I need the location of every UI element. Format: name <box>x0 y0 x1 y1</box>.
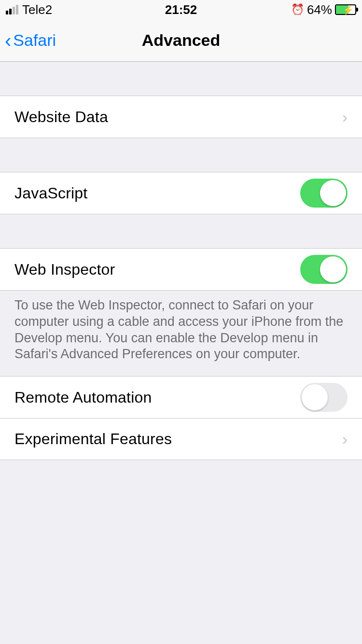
page-title: Advanced <box>142 31 221 50</box>
row-web-inspector: Web Inspector <box>0 249 362 290</box>
carrier-label: Tele2 <box>22 2 52 17</box>
switch-knob <box>320 256 346 282</box>
switch-knob <box>320 180 346 206</box>
remote-automation-toggle[interactable] <box>300 383 348 412</box>
section-web-inspector: Web Inspector <box>0 248 362 291</box>
row-website-data[interactable]: Website Data › <box>0 96 362 138</box>
section-javascript: JavaScript <box>0 172 362 214</box>
row-remote-automation: Remote Automation <box>0 377 362 418</box>
row-label: Web Inspector <box>14 261 115 279</box>
web-inspector-toggle[interactable] <box>300 255 348 284</box>
chevron-right-icon: › <box>342 108 348 126</box>
chevron-right-icon: › <box>342 430 348 448</box>
javascript-toggle[interactable] <box>300 179 348 208</box>
alarm-icon: ⏰ <box>291 3 304 16</box>
battery-icon: ⚡ <box>335 4 356 15</box>
web-inspector-footer: To use the Web Inspector, connect to Saf… <box>0 291 362 376</box>
status-bar: Tele2 21:52 ⏰ 64% ⚡ <box>0 0 362 19</box>
back-button[interactable]: ‹ Safari <box>5 31 56 50</box>
settings-content: Website Data › JavaScript Web Inspector … <box>0 62 362 460</box>
charging-icon: ⚡ <box>343 5 353 15</box>
switch-knob <box>302 384 328 410</box>
row-javascript: JavaScript <box>0 172 362 214</box>
row-label: Experimental Features <box>14 430 172 448</box>
clock-label: 21:52 <box>165 2 197 17</box>
status-left: Tele2 <box>6 2 52 17</box>
status-right: ⏰ 64% ⚡ <box>291 2 356 17</box>
signal-strength-icon <box>6 5 18 14</box>
row-label: JavaScript <box>14 184 87 202</box>
row-experimental-features[interactable]: Experimental Features › <box>0 418 362 460</box>
row-label: Remote Automation <box>14 389 152 406</box>
section-website-data: Website Data › <box>0 96 362 138</box>
battery-percentage: 64% <box>307 2 332 17</box>
chevron-left-icon: ‹ <box>5 31 11 50</box>
section-remote-experimental: Remote Automation Experimental Features … <box>0 376 362 460</box>
back-label: Safari <box>13 31 56 50</box>
row-label: Website Data <box>14 108 108 126</box>
navigation-bar: ‹ Safari Advanced <box>0 19 362 62</box>
